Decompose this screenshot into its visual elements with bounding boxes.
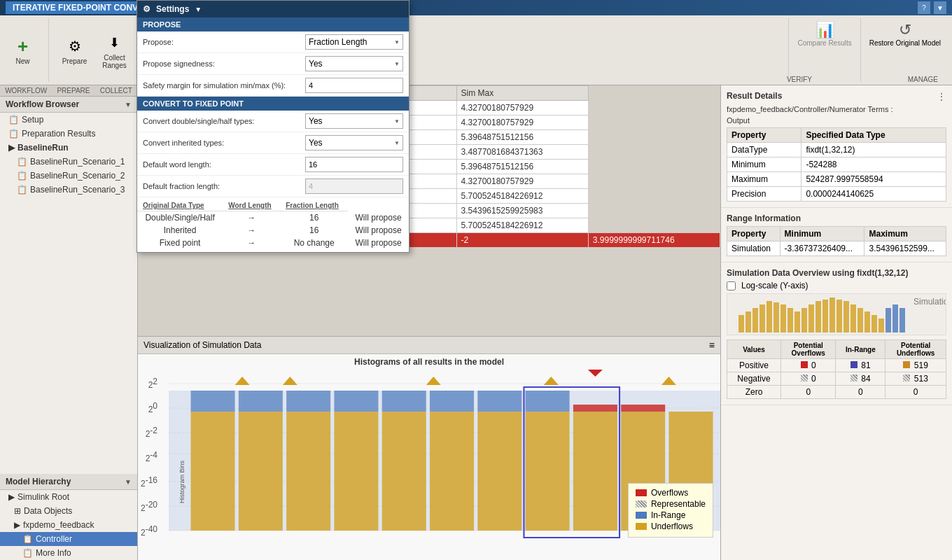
inrange-color [636,512,647,519]
val-datatype: fixdt(1,32,12) [802,143,946,158]
rp-menu-icon[interactable]: ⋮ [937,91,946,102]
signedness-row: Propose signedness: Yes ▼ [138,53,409,75]
simmax-1: 4.32700180757929 [456,101,588,115]
count-positive-inrange: 81 [836,359,886,372]
count-underflow-header: PotentialUnderflows [886,340,946,359]
fxpdemo-item[interactable]: ▶ fxpdemo_feedback [0,518,137,532]
setup-item[interactable]: 📋 Setup [0,113,137,127]
baseline-run-item[interactable]: ▶ BaselineRun [0,141,137,155]
new-label: New [15,57,29,65]
svg-marker-32 [426,377,441,385]
data-objects-item[interactable]: ⊞ Data Objects [0,504,137,518]
svg-rect-15 [526,412,570,531]
representable-color [636,500,647,507]
safety-margin-input[interactable] [305,78,403,93]
propose-value: Fraction Length [309,37,367,47]
positive-overflow-val: 0 [811,360,816,370]
legend-underflows: Underflows [636,522,706,531]
count-overflow-header: PotentialOverflows [781,340,836,359]
viz-menu-button[interactable]: ≡ [709,340,715,351]
convert-inherited-row: Convert inherited types: Yes ▼ [138,132,409,154]
svg-rect-14 [477,412,522,531]
hatched-square-2-icon [850,374,858,382]
controller-item[interactable]: 📋 Controller [0,532,137,546]
wl-inherited: 16 [280,224,348,237]
workflow-browser-header[interactable]: Workflow Browser ▼ [0,97,137,113]
collect-ranges-button[interactable]: ⬇ CollectRanges [99,29,130,72]
fraction-length-input[interactable] [305,178,403,194]
convert-inherited-label: Convert inherited types: [143,139,305,147]
prop-row: Minimum -524288 [727,158,946,172]
histogram-legend: Overflows Representable In-Range [628,483,713,538]
collect-label: CollectRanges [102,54,126,69]
help-button[interactable]: ? [918,1,930,14]
content-area: ▶ Run to compare in SDI ▼ 📊 Compare Resu… [138,15,952,560]
ctrl-icon: 📋 [22,534,33,544]
y-axis-label: Histogram Bins [178,461,186,503]
s1-label: BaselineRun_Scenario_1 [30,157,125,167]
legend-overflows: Overflows [636,488,706,498]
more-info-item[interactable]: 📋 More Info [0,546,137,560]
ctrl-label: Controller [36,534,72,544]
svg-rect-48 [816,301,821,332]
simulink-root-item[interactable]: ▶ Simulink Root [0,490,137,504]
compare-results-icon: 📊 [816,21,834,39]
svg-rect-42 [774,302,779,332]
col-type-header: Original Data Type [138,200,223,211]
simmax-2: 4.32700180757929 [456,115,588,130]
range-prop-col: Property [727,227,780,241]
svg-rect-59 [892,304,898,332]
log-scale-checkbox[interactable] [727,281,736,290]
model-hierarchy-header[interactable]: Model Hierarchy ▼ [0,474,137,490]
right-panel: Result Details ⋮ fxpdemo_feedback/Contro… [721,85,952,560]
result-details-title: Result Details [727,91,782,101]
range-sim-min: -3.36737326409... [780,241,864,256]
count-positive-underflow: 519 [886,359,946,372]
scenario-3-item[interactable]: 📋 BaselineRun_Scenario_3 [0,183,137,197]
convert-double-select[interactable]: Yes ▼ [305,113,403,129]
y-label-4: 2-4 [139,450,158,463]
main-layout: + New ⚙ Prepare ⬇ CollectRanges WORKFLOW… [0,15,952,560]
chart-title: Histograms of all results in the model [138,354,720,370]
sim-data-section: Simulation Data Overview using fixdt(1,3… [721,262,952,405]
svg-rect-49 [822,300,828,332]
count-zero-inrange: 0 [836,386,886,399]
svg-rect-50 [830,298,835,332]
left-sidebar: + New ⚙ Prepare ⬇ CollectRanges WORKFLOW… [0,15,138,560]
arrow-inherited: → [223,224,280,237]
prep-label: Preparation Results [22,129,95,139]
preparation-results-item[interactable]: 📋 Preparation Results [0,127,137,141]
new-button[interactable]: + New [7,32,38,68]
convert-header: CONVERT TO FIXED POINT [138,97,409,111]
svg-rect-52 [844,301,849,332]
propose-header: PROPOSE [138,18,409,31]
scenario-1-item[interactable]: 📋 BaselineRun_Scenario_1 [0,155,137,169]
word-length-input[interactable] [305,157,403,172]
mi-label: More Info [36,548,71,558]
negative-inrange-val: 84 [861,374,870,384]
convert-inherited-select[interactable]: Yes ▼ [305,135,403,150]
hatched-square-3-icon [903,374,910,382]
model-hierarchy-label: Model Hierarchy [6,477,71,486]
svg-rect-16 [191,391,235,412]
propose-select[interactable]: Fraction Length ▼ [305,34,403,50]
s3-icon: 📋 [17,185,27,195]
svg-rect-57 [878,318,884,332]
convert-inherited-value: Yes [309,138,323,148]
y-label-3: 2-2 [139,426,158,439]
arrow-fixed: → [223,237,280,249]
range-min-col: Minimum [780,227,864,241]
val-min: -524288 [802,158,946,172]
prepare-button[interactable]: ⚙ Prepare [59,32,90,68]
signedness-select[interactable]: Yes ▼ [305,56,403,71]
baseline-label: BaselineRun [18,143,69,153]
highlight-simmin: -2 [456,233,588,248]
scenario-2-item[interactable]: 📋 BaselineRun_Scenario_2 [0,169,137,183]
convert-double-row: Convert double/single/half types: Yes ▼ [138,111,409,132]
range-row: Simulation -3.36737326409... 3.543961525… [727,241,946,256]
viz-panel: Visualization of Simulation Data ≡ Histo… [138,336,720,560]
underflow-color [636,523,647,530]
svg-rect-51 [836,300,842,332]
prepare-label: Prepare [62,57,88,65]
menu-button[interactable]: ▼ [934,1,946,14]
